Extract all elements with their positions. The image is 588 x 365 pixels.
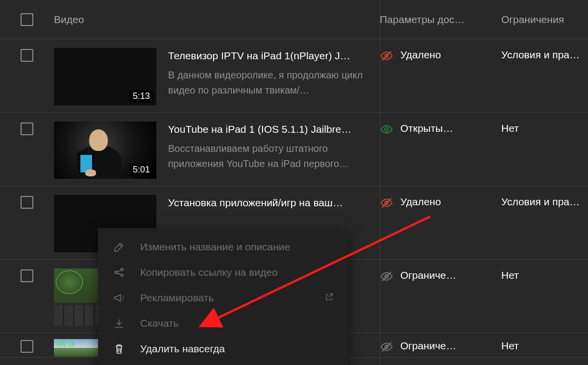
visibility-limited-icon [380,340,393,356]
ctx-label: Удалить навсегда [140,343,225,355]
ctx-copy-link[interactable]: Копировать ссылку на видео [98,260,348,285]
megaphone-icon [112,292,126,304]
context-menu: Изменить название и описание Копировать … [98,228,348,365]
ctx-label: Скачать [140,317,179,329]
visibility-deleted-icon [380,49,393,65]
ctx-label: Изменить название и описание [140,241,290,253]
download-icon [112,317,126,329]
table-row[interactable]: 5:13 Телевизор IPTV на iPad 1(nPlayer) J… [0,39,588,113]
video-title[interactable]: YouTube на iPad 1 (IOS 5.1.1) Jailbre… [168,122,370,137]
ctx-label: Рекламировать [140,292,214,304]
video-title[interactable]: Телевизор IPTV на iPad 1(nPlayer) J… [168,48,370,64]
row-checkbox[interactable] [21,49,33,62]
visibility-label: Открыты… [400,122,453,134]
select-all-checkbox[interactable] [21,13,33,26]
visibility-label: Ограниче… [400,269,456,281]
row-checkbox[interactable] [21,340,33,353]
restriction-label: Условия и пра… [501,195,588,208]
visibility-deleted-icon [380,196,393,212]
video-thumbnail[interactable]: 5:13 [54,48,156,105]
row-checkbox[interactable] [21,122,33,135]
row-checkbox[interactable] [21,269,33,282]
pencil-icon [112,241,126,253]
visibility-label: Ограниче… [400,340,456,352]
ctx-download[interactable]: Скачать [98,311,348,336]
table-row[interactable]: 5:01 YouTube на iPad 1 (IOS 5.1.1) Jailb… [0,113,588,186]
restriction-label: Нет [501,339,588,352]
visibility-public-icon [380,122,393,138]
video-thumbnail[interactable]: 5:01 [54,122,156,179]
column-header-visibility[interactable]: Параметры дос… [380,14,501,25]
video-description: Восстанавливаем работу штатного приложен… [168,141,370,171]
svg-point-2 [385,128,389,131]
video-description: В данном видеоролике, я продолжаю цикл в… [168,68,370,98]
duration-badge: 5:13 [129,90,153,102]
visibility-label: Удалено [400,49,441,61]
trash-icon [112,343,126,355]
share-icon [112,267,126,278]
external-link-icon [324,292,334,304]
table-header-row: Видео Параметры дос… Ограничения [0,0,588,39]
ctx-delete-forever[interactable]: Удалить навсегда [98,336,348,362]
restriction-label: Условия и пра… [501,48,588,61]
svg-line-6 [382,272,392,281]
ctx-edit-title[interactable]: Изменить название и описание [98,234,348,260]
visibility-limited-icon [380,269,393,285]
restriction-label: Нет [501,122,588,134]
ctx-label: Копировать ссылку на видео [140,267,278,278]
fps-overlay: FPS 25 [57,342,74,347]
ctx-promote[interactable]: Рекламировать [98,285,348,311]
restriction-label: Нет [501,268,588,281]
row-checkbox[interactable] [21,196,33,209]
video-title[interactable]: Установка приложений/игр на ваш… [168,195,343,211]
column-header-video[interactable]: Видео [54,14,380,25]
visibility-label: Удалено [400,196,441,208]
svg-line-8 [382,342,392,352]
svg-line-1 [382,51,392,61]
svg-line-4 [382,198,392,208]
column-header-restrictions[interactable]: Ограничения [501,14,588,25]
duration-badge: 5:01 [129,164,153,176]
